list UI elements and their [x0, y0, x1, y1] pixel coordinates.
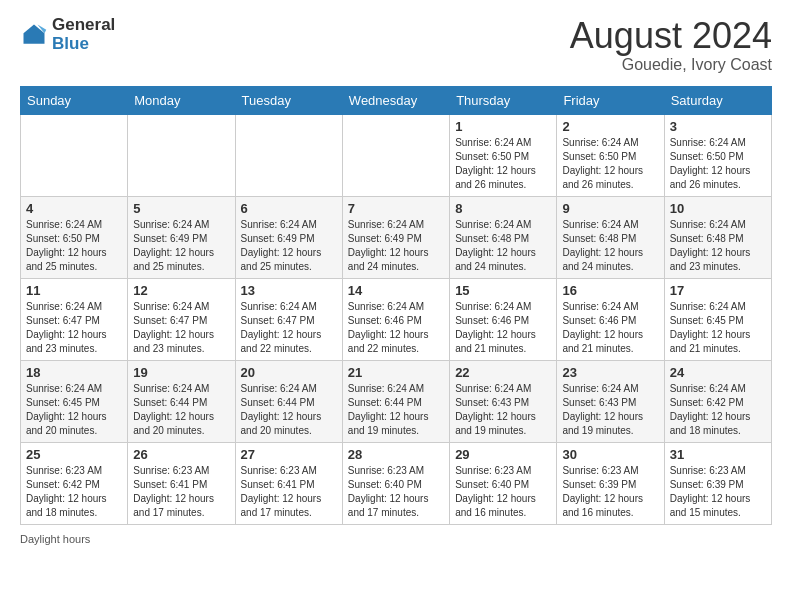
page-header: General Blue August 2024 Gouedie, Ivory … — [20, 16, 772, 74]
day-info: Sunrise: 6:24 AM Sunset: 6:48 PM Dayligh… — [670, 218, 766, 274]
calendar-week-2: 4Sunrise: 6:24 AM Sunset: 6:50 PM Daylig… — [21, 196, 772, 278]
day-info: Sunrise: 6:24 AM Sunset: 6:48 PM Dayligh… — [562, 218, 658, 274]
day-info: Sunrise: 6:24 AM Sunset: 6:49 PM Dayligh… — [348, 218, 444, 274]
day-info: Sunrise: 6:24 AM Sunset: 6:48 PM Dayligh… — [455, 218, 551, 274]
day-info: Sunrise: 6:24 AM Sunset: 6:49 PM Dayligh… — [241, 218, 337, 274]
weekday-header-wednesday: Wednesday — [342, 86, 449, 114]
weekday-header-sunday: Sunday — [21, 86, 128, 114]
calendar-cell: 25Sunrise: 6:23 AM Sunset: 6:42 PM Dayli… — [21, 442, 128, 524]
day-number: 16 — [562, 283, 658, 298]
day-number: 30 — [562, 447, 658, 462]
logo-text: General Blue — [52, 16, 115, 53]
day-number: 13 — [241, 283, 337, 298]
day-info: Sunrise: 6:23 AM Sunset: 6:40 PM Dayligh… — [455, 464, 551, 520]
day-number: 18 — [26, 365, 122, 380]
calendar-cell: 13Sunrise: 6:24 AM Sunset: 6:47 PM Dayli… — [235, 278, 342, 360]
day-number: 10 — [670, 201, 766, 216]
calendar-cell: 20Sunrise: 6:24 AM Sunset: 6:44 PM Dayli… — [235, 360, 342, 442]
calendar-body: 1Sunrise: 6:24 AM Sunset: 6:50 PM Daylig… — [21, 114, 772, 524]
weekday-header-monday: Monday — [128, 86, 235, 114]
calendar-cell: 29Sunrise: 6:23 AM Sunset: 6:40 PM Dayli… — [450, 442, 557, 524]
day-info: Sunrise: 6:24 AM Sunset: 6:50 PM Dayligh… — [670, 136, 766, 192]
day-number: 2 — [562, 119, 658, 134]
calendar-cell — [21, 114, 128, 196]
month-year: August 2024 — [570, 16, 772, 56]
logo: General Blue — [20, 16, 115, 53]
day-info: Sunrise: 6:24 AM Sunset: 6:50 PM Dayligh… — [26, 218, 122, 274]
day-info: Sunrise: 6:24 AM Sunset: 6:44 PM Dayligh… — [241, 382, 337, 438]
day-info: Sunrise: 6:24 AM Sunset: 6:47 PM Dayligh… — [241, 300, 337, 356]
calendar-cell: 27Sunrise: 6:23 AM Sunset: 6:41 PM Dayli… — [235, 442, 342, 524]
day-number: 9 — [562, 201, 658, 216]
day-number: 23 — [562, 365, 658, 380]
day-info: Sunrise: 6:24 AM Sunset: 6:46 PM Dayligh… — [455, 300, 551, 356]
calendar-cell: 4Sunrise: 6:24 AM Sunset: 6:50 PM Daylig… — [21, 196, 128, 278]
day-info: Sunrise: 6:24 AM Sunset: 6:43 PM Dayligh… — [455, 382, 551, 438]
weekday-header-saturday: Saturday — [664, 86, 771, 114]
calendar-week-4: 18Sunrise: 6:24 AM Sunset: 6:45 PM Dayli… — [21, 360, 772, 442]
logo-icon — [20, 21, 48, 49]
calendar-cell: 14Sunrise: 6:24 AM Sunset: 6:46 PM Dayli… — [342, 278, 449, 360]
calendar-cell: 10Sunrise: 6:24 AM Sunset: 6:48 PM Dayli… — [664, 196, 771, 278]
calendar-cell: 6Sunrise: 6:24 AM Sunset: 6:49 PM Daylig… — [235, 196, 342, 278]
calendar-cell: 17Sunrise: 6:24 AM Sunset: 6:45 PM Dayli… — [664, 278, 771, 360]
day-number: 11 — [26, 283, 122, 298]
day-number: 21 — [348, 365, 444, 380]
day-number: 4 — [26, 201, 122, 216]
weekday-header-thursday: Thursday — [450, 86, 557, 114]
calendar-cell — [342, 114, 449, 196]
day-info: Sunrise: 6:23 AM Sunset: 6:39 PM Dayligh… — [562, 464, 658, 520]
day-number: 31 — [670, 447, 766, 462]
day-number: 8 — [455, 201, 551, 216]
day-number: 3 — [670, 119, 766, 134]
day-number: 20 — [241, 365, 337, 380]
day-info: Sunrise: 6:24 AM Sunset: 6:45 PM Dayligh… — [26, 382, 122, 438]
day-number: 7 — [348, 201, 444, 216]
location: Gouedie, Ivory Coast — [570, 56, 772, 74]
calendar-cell: 12Sunrise: 6:24 AM Sunset: 6:47 PM Dayli… — [128, 278, 235, 360]
day-number: 15 — [455, 283, 551, 298]
calendar-week-5: 25Sunrise: 6:23 AM Sunset: 6:42 PM Dayli… — [21, 442, 772, 524]
weekday-header-tuesday: Tuesday — [235, 86, 342, 114]
day-info: Sunrise: 6:24 AM Sunset: 6:46 PM Dayligh… — [348, 300, 444, 356]
day-info: Sunrise: 6:23 AM Sunset: 6:39 PM Dayligh… — [670, 464, 766, 520]
calendar-cell: 7Sunrise: 6:24 AM Sunset: 6:49 PM Daylig… — [342, 196, 449, 278]
calendar-cell: 26Sunrise: 6:23 AM Sunset: 6:41 PM Dayli… — [128, 442, 235, 524]
calendar-cell: 5Sunrise: 6:24 AM Sunset: 6:49 PM Daylig… — [128, 196, 235, 278]
calendar-cell — [128, 114, 235, 196]
daylight-label: Daylight hours — [20, 533, 90, 545]
day-info: Sunrise: 6:24 AM Sunset: 6:44 PM Dayligh… — [133, 382, 229, 438]
calendar-cell: 21Sunrise: 6:24 AM Sunset: 6:44 PM Dayli… — [342, 360, 449, 442]
calendar-cell: 8Sunrise: 6:24 AM Sunset: 6:48 PM Daylig… — [450, 196, 557, 278]
calendar-table: SundayMondayTuesdayWednesdayThursdayFrid… — [20, 86, 772, 525]
day-info: Sunrise: 6:24 AM Sunset: 6:47 PM Dayligh… — [26, 300, 122, 356]
calendar-cell: 15Sunrise: 6:24 AM Sunset: 6:46 PM Dayli… — [450, 278, 557, 360]
calendar-cell: 30Sunrise: 6:23 AM Sunset: 6:39 PM Dayli… — [557, 442, 664, 524]
day-info: Sunrise: 6:24 AM Sunset: 6:46 PM Dayligh… — [562, 300, 658, 356]
day-number: 1 — [455, 119, 551, 134]
calendar-cell: 23Sunrise: 6:24 AM Sunset: 6:43 PM Dayli… — [557, 360, 664, 442]
calendar-cell: 11Sunrise: 6:24 AM Sunset: 6:47 PM Dayli… — [21, 278, 128, 360]
calendar-cell — [235, 114, 342, 196]
day-number: 24 — [670, 365, 766, 380]
day-number: 12 — [133, 283, 229, 298]
day-number: 5 — [133, 201, 229, 216]
day-number: 29 — [455, 447, 551, 462]
day-info: Sunrise: 6:24 AM Sunset: 6:50 PM Dayligh… — [562, 136, 658, 192]
day-info: Sunrise: 6:23 AM Sunset: 6:41 PM Dayligh… — [241, 464, 337, 520]
day-info: Sunrise: 6:24 AM Sunset: 6:43 PM Dayligh… — [562, 382, 658, 438]
calendar-cell: 24Sunrise: 6:24 AM Sunset: 6:42 PM Dayli… — [664, 360, 771, 442]
day-number: 22 — [455, 365, 551, 380]
day-number: 27 — [241, 447, 337, 462]
calendar-cell: 2Sunrise: 6:24 AM Sunset: 6:50 PM Daylig… — [557, 114, 664, 196]
day-info: Sunrise: 6:24 AM Sunset: 6:49 PM Dayligh… — [133, 218, 229, 274]
calendar-cell: 19Sunrise: 6:24 AM Sunset: 6:44 PM Dayli… — [128, 360, 235, 442]
day-number: 26 — [133, 447, 229, 462]
day-info: Sunrise: 6:24 AM Sunset: 6:45 PM Dayligh… — [670, 300, 766, 356]
calendar-cell: 9Sunrise: 6:24 AM Sunset: 6:48 PM Daylig… — [557, 196, 664, 278]
day-number: 25 — [26, 447, 122, 462]
calendar-cell: 31Sunrise: 6:23 AM Sunset: 6:39 PM Dayli… — [664, 442, 771, 524]
title-block: August 2024 Gouedie, Ivory Coast — [570, 16, 772, 74]
day-number: 28 — [348, 447, 444, 462]
day-info: Sunrise: 6:24 AM Sunset: 6:44 PM Dayligh… — [348, 382, 444, 438]
